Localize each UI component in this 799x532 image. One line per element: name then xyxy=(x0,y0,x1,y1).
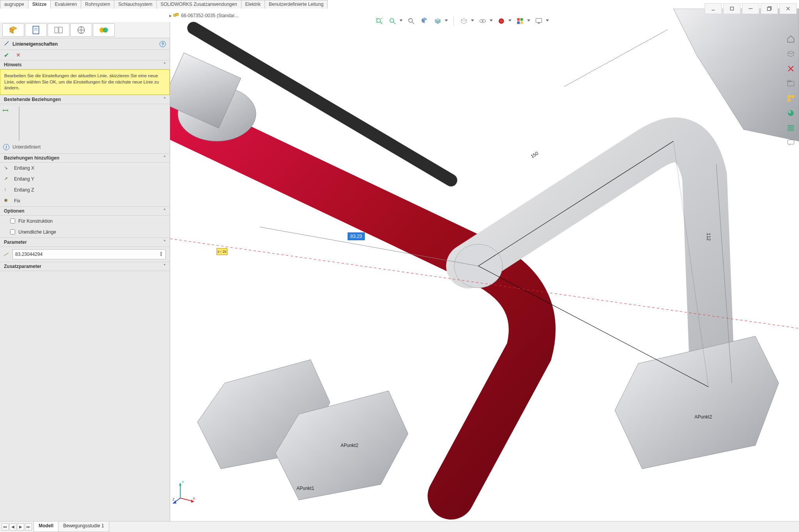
child-restore-button[interactable] xyxy=(723,3,740,14)
dimension-112[interactable]: 112 xyxy=(706,233,711,241)
scene-icon[interactable] xyxy=(515,16,525,26)
length-input[interactable]: 83.23044294 ▲▼ xyxy=(12,249,166,259)
reference-triad: Y X Z xyxy=(172,480,196,505)
option-infinite[interactable]: Unendliche Länge xyxy=(0,227,170,238)
svg-text:Y: Y xyxy=(182,480,184,484)
child-minimize-button[interactable] xyxy=(705,3,722,14)
section-view-icon[interactable] xyxy=(420,16,429,26)
spin-down-icon[interactable]: ▼ xyxy=(159,254,163,257)
existing-relations-list[interactable] xyxy=(19,106,20,141)
relation-label: Entlang Y xyxy=(14,176,34,182)
command-manager-tabs: augruppe Skizze Evaluieren Rohrsystem Sc… xyxy=(0,0,327,9)
tab-addins[interactable]: SOLIDWORKS Zusatzanwendungen xyxy=(156,0,241,9)
spinner[interactable]: ▲▼ xyxy=(159,252,163,257)
appearance-dropdown-icon[interactable] xyxy=(508,20,511,23)
cancel-button[interactable]: ✕ xyxy=(16,52,21,58)
nav-last-icon[interactable]: ⏭ xyxy=(25,523,32,530)
view-palette-icon[interactable] xyxy=(784,92,797,105)
orientation-dropdown-icon[interactable] xyxy=(445,20,448,23)
previous-view-icon[interactable] xyxy=(407,16,416,26)
render-icon[interactable] xyxy=(534,16,543,26)
active-dimension-input[interactable]: 83.23 xyxy=(348,233,364,240)
sketch-point-2b[interactable]: APunkt2 xyxy=(694,414,712,420)
tab-schlauch[interactable]: Schlauchsystem xyxy=(114,0,156,9)
option-construction[interactable]: Für Konstruktion xyxy=(0,216,170,227)
appearances-icon[interactable] xyxy=(784,107,797,119)
svg-rect-21 xyxy=(767,7,771,11)
custom-props-icon[interactable] xyxy=(784,122,797,134)
app-close-button[interactable] xyxy=(779,3,797,14)
view-orientation-icon[interactable] xyxy=(433,16,442,26)
display-style-icon[interactable] xyxy=(459,16,469,26)
relation-along-y[interactable]: ↗Entlang Y xyxy=(0,174,170,184)
tab-rohrsystem[interactable]: Rohrsystem xyxy=(81,0,114,9)
file-explorer-icon[interactable] xyxy=(784,77,797,90)
relation-label: Entlang X xyxy=(14,165,34,171)
document-path: ▸ 66-067352-0035 (Standar... xyxy=(169,10,238,21)
config-tab[interactable] xyxy=(48,23,69,37)
svg-point-44 xyxy=(103,27,108,32)
display-dropdown-icon[interactable] xyxy=(471,20,474,23)
hideshow-dropdown-icon[interactable] xyxy=(490,20,493,23)
extra-param-header[interactable]: Zusatzparameter ˅ xyxy=(0,262,170,271)
svg-point-4 xyxy=(390,18,394,22)
sketch-point-1[interactable]: APunkt1 xyxy=(297,486,314,491)
svg-line-53 xyxy=(478,141,673,266)
forum-icon[interactable] xyxy=(784,137,797,149)
home-icon[interactable] xyxy=(784,33,797,45)
tab-motion-study[interactable]: Bewegungsstudie 1 xyxy=(58,521,109,532)
svg-rect-11 xyxy=(517,18,520,21)
app-restore-button[interactable] xyxy=(761,3,778,14)
existing-rel-header[interactable]: Bestehende Beziehungen ˄ xyxy=(0,95,170,104)
sketch-point-2[interactable]: APunkt2 xyxy=(341,443,358,448)
options-header[interactable]: Optionen ˄ xyxy=(0,206,170,216)
scene-dropdown-icon[interactable] xyxy=(527,20,530,23)
infinite-checkbox[interactable] xyxy=(10,229,15,234)
hide-show-icon[interactable] xyxy=(478,16,487,26)
tab-evaluieren[interactable]: Evaluieren xyxy=(50,0,81,9)
tab-baugruppe[interactable]: augruppe xyxy=(0,0,28,9)
appearance-icon[interactable] xyxy=(497,16,506,26)
relation-along-z[interactable]: ↑Entlang Z xyxy=(0,184,170,195)
svg-rect-14 xyxy=(520,21,523,24)
tab-skizze[interactable]: Skizze xyxy=(28,0,51,9)
app-minimize-button[interactable] xyxy=(742,3,759,14)
tab-userline[interactable]: Benutzerdefinierte Leitung xyxy=(265,0,328,9)
parameter-header[interactable]: Parameter ˄ xyxy=(0,238,170,247)
zoom-fit-icon[interactable] xyxy=(375,16,384,26)
svg-line-49 xyxy=(4,253,9,256)
parameter-label: Parameter xyxy=(4,239,27,245)
nav-first-icon[interactable]: ⏮ xyxy=(2,523,9,530)
svg-rect-38 xyxy=(55,27,58,33)
confirm-row: ✔ ✕ xyxy=(0,50,170,60)
graphics-viewport[interactable] xyxy=(170,9,799,521)
zoom-dropdown-icon[interactable] xyxy=(400,20,403,23)
assembly-icon xyxy=(173,12,179,20)
feature-tree-tab[interactable] xyxy=(2,23,24,37)
property-tab[interactable] xyxy=(25,23,47,37)
hint-header[interactable]: Hinweis ˄ xyxy=(0,60,170,69)
display-tab[interactable] xyxy=(93,23,115,37)
nav-next-icon[interactable]: ▶ xyxy=(17,523,24,530)
svg-line-3 xyxy=(380,22,382,24)
dim-tab[interactable] xyxy=(70,23,92,37)
relation-fix[interactable]: ✱Fix xyxy=(0,195,170,206)
selection-tag[interactable]: x←2x xyxy=(217,248,227,255)
relation-along-x[interactable]: ↘Entlang X xyxy=(0,163,170,174)
add-rel-header[interactable]: Beziehungen hinzufügen ˄ xyxy=(0,153,170,163)
crumb-back-icon[interactable]: ▸ xyxy=(169,13,172,18)
svg-point-10 xyxy=(499,18,504,23)
svg-line-5 xyxy=(394,22,396,24)
design-library-icon[interactable] xyxy=(784,48,797,60)
tab-model[interactable]: Modell xyxy=(34,521,59,532)
ok-button[interactable]: ✔ xyxy=(4,51,9,59)
help-icon[interactable]: ? xyxy=(160,41,166,47)
svg-line-7 xyxy=(412,22,414,24)
construction-checkbox[interactable] xyxy=(10,218,15,223)
nav-prev-icon[interactable]: ◀ xyxy=(9,523,16,530)
document-name[interactable]: 66-067352-0035 (Standar... xyxy=(181,13,238,18)
tab-elektrik[interactable]: Elektrik xyxy=(241,0,265,9)
close-task-icon[interactable] xyxy=(784,62,797,75)
zoom-area-icon[interactable] xyxy=(388,16,397,26)
render-dropdown-icon[interactable] xyxy=(546,20,549,23)
